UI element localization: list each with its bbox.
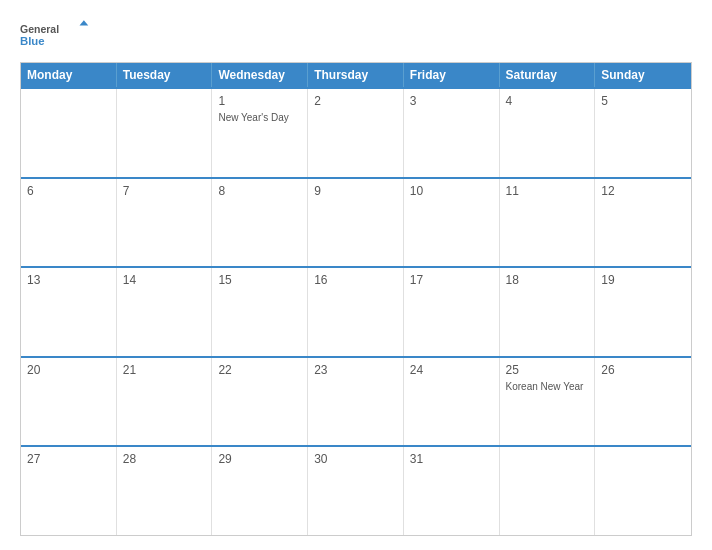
calendar-row-4: 202122232425Korean New Year26 [21, 356, 691, 446]
day-number: 20 [27, 362, 110, 379]
day-number: 10 [410, 183, 493, 200]
calendar-cell [117, 89, 213, 177]
calendar-header: MondayTuesdayWednesdayThursdayFridaySatu… [21, 63, 691, 87]
day-number: 3 [410, 93, 493, 110]
calendar-cell [21, 89, 117, 177]
day-number: 21 [123, 362, 206, 379]
calendar-cell: 10 [404, 179, 500, 267]
day-number: 1 [218, 93, 301, 110]
day-event: New Year's Day [218, 111, 301, 124]
calendar-cell: 8 [212, 179, 308, 267]
day-number: 9 [314, 183, 397, 200]
day-number: 29 [218, 451, 301, 468]
day-number: 11 [506, 183, 589, 200]
day-number: 23 [314, 362, 397, 379]
calendar-cell: 28 [117, 447, 213, 535]
day-number: 18 [506, 272, 589, 289]
calendar-cell: 7 [117, 179, 213, 267]
header: General Blue [20, 18, 692, 52]
calendar-grid: MondayTuesdayWednesdayThursdayFridaySatu… [20, 62, 692, 536]
day-number: 27 [27, 451, 110, 468]
calendar-cell: 22 [212, 358, 308, 446]
calendar-cell: 29 [212, 447, 308, 535]
calendar-cell: 19 [595, 268, 691, 356]
day-number: 31 [410, 451, 493, 468]
day-number: 16 [314, 272, 397, 289]
day-number: 22 [218, 362, 301, 379]
calendar-row-2: 6789101112 [21, 177, 691, 267]
calendar-row-5: 2728293031 [21, 445, 691, 535]
day-number: 8 [218, 183, 301, 200]
calendar-cell: 11 [500, 179, 596, 267]
calendar-cell: 13 [21, 268, 117, 356]
day-of-week-wednesday: Wednesday [212, 63, 308, 87]
calendar-cell: 27 [21, 447, 117, 535]
day-number: 7 [123, 183, 206, 200]
calendar-cell: 16 [308, 268, 404, 356]
calendar-cell: 12 [595, 179, 691, 267]
calendar-cell: 21 [117, 358, 213, 446]
day-of-week-saturday: Saturday [500, 63, 596, 87]
calendar-cell: 1New Year's Day [212, 89, 308, 177]
calendar-cell: 26 [595, 358, 691, 446]
day-number: 19 [601, 272, 685, 289]
calendar-cell: 3 [404, 89, 500, 177]
calendar-cell: 23 [308, 358, 404, 446]
day-number: 4 [506, 93, 589, 110]
calendar-cell: 5 [595, 89, 691, 177]
calendar-row-3: 13141516171819 [21, 266, 691, 356]
calendar-cell: 14 [117, 268, 213, 356]
day-number: 28 [123, 451, 206, 468]
calendar-cell: 9 [308, 179, 404, 267]
calendar-cell: 15 [212, 268, 308, 356]
day-number: 14 [123, 272, 206, 289]
calendar-cell: 25Korean New Year [500, 358, 596, 446]
svg-text:Blue: Blue [20, 35, 45, 47]
calendar-cell: 17 [404, 268, 500, 356]
calendar-cell: 18 [500, 268, 596, 356]
svg-text:General: General [20, 23, 59, 35]
calendar-cell: 2 [308, 89, 404, 177]
calendar-cell: 20 [21, 358, 117, 446]
day-number: 24 [410, 362, 493, 379]
day-of-week-friday: Friday [404, 63, 500, 87]
calendar-page: General Blue MondayTuesdayWednesdayThurs… [0, 0, 712, 550]
day-number: 2 [314, 93, 397, 110]
day-number: 30 [314, 451, 397, 468]
calendar-cell: 31 [404, 447, 500, 535]
day-number: 6 [27, 183, 110, 200]
calendar-row-1: 1New Year's Day2345 [21, 87, 691, 177]
logo: General Blue [20, 18, 90, 52]
day-number: 25 [506, 362, 589, 379]
calendar-cell: 4 [500, 89, 596, 177]
day-of-week-thursday: Thursday [308, 63, 404, 87]
calendar-cell: 24 [404, 358, 500, 446]
day-number: 13 [27, 272, 110, 289]
day-of-week-tuesday: Tuesday [117, 63, 213, 87]
day-number: 5 [601, 93, 685, 110]
day-number: 15 [218, 272, 301, 289]
calendar-body: 1New Year's Day2345678910111213141516171… [21, 87, 691, 535]
day-number: 26 [601, 362, 685, 379]
day-event: Korean New Year [506, 380, 589, 393]
day-number: 17 [410, 272, 493, 289]
calendar-cell: 6 [21, 179, 117, 267]
calendar-cell: 30 [308, 447, 404, 535]
calendar-cell [500, 447, 596, 535]
day-number: 12 [601, 183, 685, 200]
day-of-week-monday: Monday [21, 63, 117, 87]
day-of-week-sunday: Sunday [595, 63, 691, 87]
calendar-cell [595, 447, 691, 535]
svg-marker-2 [80, 20, 89, 25]
logo-svg: General Blue [20, 18, 90, 52]
